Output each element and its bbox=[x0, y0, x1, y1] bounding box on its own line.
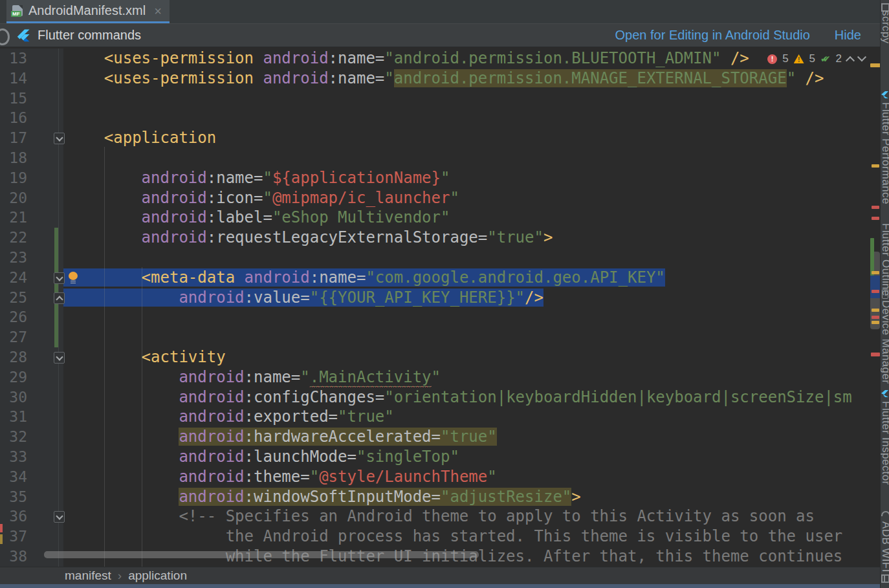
code-line[interactable]: 31 android:exported="true" bbox=[0, 407, 870, 427]
tool-window-button-scrcpy[interactable]: scrcpy bbox=[880, 10, 889, 44]
gutter[interactable]: 18 bbox=[0, 148, 63, 168]
gutter[interactable]: 34 bbox=[0, 467, 63, 487]
fold-marker-down[interactable] bbox=[54, 272, 65, 284]
layout-corner-icon[interactable] bbox=[881, 574, 889, 583]
code-line[interactable]: 13 <uses-permission android:name="androi… bbox=[0, 49, 870, 69]
open-in-android-studio-link[interactable]: Open for Editing in Android Studio bbox=[615, 28, 810, 43]
fold-marker-up[interactable] bbox=[54, 292, 65, 304]
tool-window-button-device-manager[interactable]: Device Manager bbox=[880, 300, 889, 384]
close-tab-icon[interactable]: × bbox=[154, 5, 162, 17]
code-line[interactable]: 16 bbox=[0, 108, 870, 128]
tool-window-button-flutter-inspector[interactable]: Flutter Inspector bbox=[880, 401, 889, 485]
error-mark[interactable] bbox=[871, 353, 880, 356]
warning-mark[interactable] bbox=[872, 271, 879, 274]
line-number[interactable]: 31 bbox=[9, 407, 27, 427]
code-line[interactable]: 18 bbox=[0, 148, 870, 168]
line-number[interactable]: 30 bbox=[9, 387, 27, 408]
gutter[interactable]: 22 bbox=[0, 228, 63, 248]
line-number[interactable]: 32 bbox=[9, 427, 27, 447]
code-line[interactable]: 30 android:configChanges="orientation|ke… bbox=[0, 387, 870, 408]
warning-mark[interactable] bbox=[872, 321, 879, 324]
horizontal-scrollbar[interactable] bbox=[44, 551, 479, 558]
fold-marker-down[interactable] bbox=[54, 352, 65, 364]
code-line[interactable]: 27 bbox=[0, 327, 870, 347]
gutter[interactable]: 19 bbox=[0, 168, 63, 188]
fold-marker-down[interactable] bbox=[54, 511, 65, 523]
warning-mark[interactable] bbox=[872, 164, 879, 168]
error-mark[interactable] bbox=[872, 316, 879, 319]
gutter[interactable]: 20 bbox=[0, 188, 63, 208]
code-line[interactable]: 37 the Android process has started. This… bbox=[0, 527, 870, 547]
gutter[interactable]: 32 bbox=[0, 427, 63, 447]
tool-window-button-adb-wifi[interactable]: ADB WIFI bbox=[880, 521, 889, 572]
intention-bulb-icon[interactable] bbox=[69, 272, 78, 280]
gutter[interactable]: 14 bbox=[0, 69, 63, 89]
code-line[interactable]: 26 bbox=[0, 307, 870, 327]
line-number[interactable]: 36 bbox=[9, 506, 27, 527]
warning-mark[interactable] bbox=[872, 309, 879, 312]
line-number[interactable]: 20 bbox=[9, 188, 27, 208]
breadcrumb-item-application[interactable]: application bbox=[128, 569, 187, 583]
tool-window-button-flutter-outline[interactable]: Flutter Outline bbox=[880, 223, 889, 296]
inspection-widget[interactable]: ! 5 ! 5 ✔✔ 2 bbox=[767, 52, 865, 65]
code-line[interactable]: 22 android:requestLegacyExternalStorage=… bbox=[0, 228, 870, 248]
gutter[interactable]: 24 bbox=[0, 268, 63, 288]
gutter[interactable]: 23 bbox=[0, 248, 63, 268]
gutter[interactable]: 17 bbox=[0, 128, 63, 148]
code-line[interactable]: 25 android:value="{{YOUR_API_KEY_HERE}}"… bbox=[0, 288, 870, 308]
gutter[interactable]: 30 bbox=[0, 387, 63, 408]
code-editor[interactable]: 13 <uses-permission android:name="androi… bbox=[0, 47, 881, 567]
code-line[interactable]: 29 android:name=".MainActivity" bbox=[0, 367, 870, 387]
code-line[interactable]: 33 android:launchMode="singleTop" bbox=[0, 447, 870, 467]
editor-tab-androidmanifest[interactable]: MF AndroidManifest.xml × bbox=[6, 0, 170, 23]
gutter[interactable]: 15 bbox=[0, 89, 63, 109]
line-number[interactable]: 33 bbox=[9, 447, 27, 467]
line-number[interactable]: 21 bbox=[9, 208, 27, 228]
code-line[interactable]: 21 android:label="eShop Multivendor" bbox=[0, 208, 870, 228]
line-number[interactable]: 27 bbox=[9, 327, 27, 347]
line-number[interactable]: 16 bbox=[9, 108, 27, 128]
selection-mark[interactable] bbox=[870, 276, 881, 298]
code-line[interactable]: 36 <!-- Specifies an Android theme to ap… bbox=[0, 506, 870, 527]
hide-banner-link[interactable]: Hide bbox=[835, 28, 861, 43]
breadcrumb-item-manifest[interactable]: manifest bbox=[65, 569, 111, 583]
line-number[interactable]: 26 bbox=[9, 307, 27, 327]
line-number[interactable]: 38 bbox=[9, 547, 27, 567]
code-line[interactable]: 35 android:windowSoftInputMode="adjustRe… bbox=[0, 487, 870, 507]
line-number[interactable]: 13 bbox=[9, 49, 27, 69]
line-number[interactable]: 25 bbox=[9, 288, 27, 308]
gutter[interactable]: 33 bbox=[0, 447, 63, 467]
code-line[interactable]: 19 android:name="${applicationName}" bbox=[0, 168, 870, 188]
changed-region-mark[interactable] bbox=[870, 238, 874, 276]
gutter[interactable]: 28 bbox=[0, 347, 63, 367]
code-line[interactable]: 32 android:hardwareAccelerated="true" bbox=[0, 427, 870, 447]
line-number[interactable]: 23 bbox=[9, 248, 27, 268]
code-line[interactable]: 14 <uses-permission android:name="androi… bbox=[0, 69, 870, 89]
gutter[interactable]: 16 bbox=[0, 108, 63, 128]
code-line[interactable]: 23 bbox=[0, 248, 870, 268]
line-number[interactable]: 28 bbox=[9, 347, 27, 367]
tool-window-button-flutter-performance[interactable]: Flutter Performance bbox=[880, 102, 889, 204]
gutter[interactable]: 29 bbox=[0, 367, 63, 387]
gutter[interactable]: 31 bbox=[0, 407, 63, 427]
line-number[interactable]: 14 bbox=[9, 69, 27, 89]
warning-mark[interactable] bbox=[870, 63, 881, 67]
line-number[interactable]: 19 bbox=[9, 168, 27, 188]
gutter[interactable]: 13 bbox=[0, 49, 63, 69]
code-line[interactable]: 24 <meta-data android:name="com.google.a… bbox=[0, 268, 870, 288]
code-line[interactable]: 34 android:theme="@style/LaunchTheme" bbox=[0, 467, 870, 487]
line-number[interactable]: 18 bbox=[9, 148, 27, 168]
line-number[interactable]: 34 bbox=[9, 467, 27, 487]
code-line[interactable]: 15 bbox=[0, 89, 870, 109]
line-number[interactable]: 35 bbox=[9, 487, 27, 507]
gutter[interactable]: 37 bbox=[0, 527, 63, 547]
next-problem-chevron-icon[interactable] bbox=[857, 52, 866, 61]
fold-marker-down[interactable] bbox=[54, 133, 65, 144]
code-line[interactable]: 28 <activity bbox=[0, 347, 870, 367]
line-number[interactable]: 24 bbox=[9, 268, 27, 288]
gutter[interactable]: 26 bbox=[0, 307, 63, 327]
gutter[interactable]: 25 bbox=[0, 288, 63, 308]
code-line[interactable]: 17 <application bbox=[0, 128, 870, 148]
error-mark[interactable] bbox=[872, 217, 879, 220]
gutter[interactable]: 36 bbox=[0, 506, 63, 527]
